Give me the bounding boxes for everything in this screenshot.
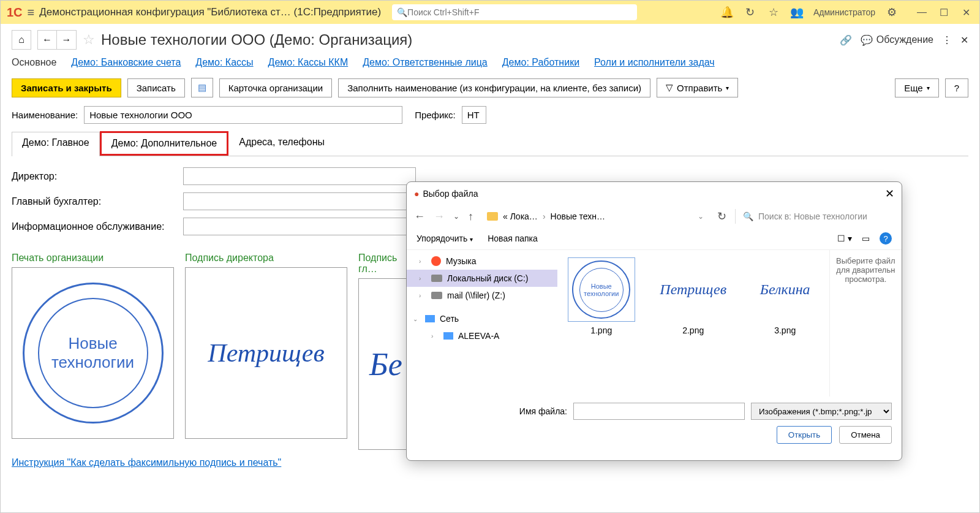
help-button[interactable]: ? [945, 78, 968, 97]
logo-1c: 1C [7, 6, 23, 20]
sig1-image[interactable]: Петрищев [185, 267, 347, 439]
dialog-back-button[interactable]: ← [414, 210, 425, 223]
instruction-link[interactable]: Инструкция "Как сделать факсимильную под… [12, 457, 281, 468]
director-input[interactable] [183, 167, 416, 185]
name-input[interactable] [84, 106, 402, 124]
file-item-1[interactable]: Новыетехнологии 1.png [565, 257, 638, 389]
breadcrumb[interactable]: « Лока… › Новые техн… ⌄ [482, 209, 709, 224]
link-icon[interactable]: 🔗 [840, 34, 852, 46]
global-search[interactable]: 🔍 [392, 4, 637, 20]
view-button[interactable]: ☐ ▾ [837, 234, 852, 243]
save-button[interactable]: Записать [127, 78, 185, 97]
dialog-close-button[interactable]: ✕ [885, 187, 894, 200]
nav-workers[interactable]: Демо: Работники [502, 57, 579, 68]
save-close-button[interactable]: Записать и закрыть [12, 78, 121, 97]
page-title: Новые технологии ООО (Демо: Организация) [101, 31, 412, 48]
stamp-image[interactable]: Новыетехнологии [12, 267, 174, 439]
name-label: Наименование: [12, 110, 78, 120]
titlebar: 1C ≡ Демонстрационная конфигурация "Библ… [1, 1, 979, 24]
settings-icon[interactable]: ⚙ [885, 6, 899, 19]
tree-host[interactable]: ›ALEEVA-A [407, 327, 557, 344]
nav-main[interactable]: Основное [12, 57, 56, 68]
sig2-image[interactable]: Бе [358, 278, 413, 450]
network-icon [425, 315, 435, 322]
tab-main[interactable]: Демо: Главное [12, 132, 100, 156]
star-icon[interactable]: ☆ [767, 6, 780, 19]
accountant-input[interactable] [183, 192, 416, 210]
nav-resp[interactable]: Демо: Ответственные лица [363, 57, 488, 68]
sig2-label: Подпись гл… [358, 253, 413, 275]
prefix-input[interactable] [462, 106, 486, 124]
accountant-label: Главный бухгалтер: [12, 196, 177, 207]
sig1-label: Подпись директора [185, 253, 347, 264]
users-icon[interactable]: 👥 [790, 6, 804, 19]
discussion-link[interactable]: 💬 Обсуждение [861, 34, 933, 46]
tree-localdisk[interactable]: ›Локальный диск (C:) [407, 270, 557, 287]
search-input[interactable] [407, 7, 632, 17]
forward-button[interactable]: → [57, 30, 77, 50]
cancel-button[interactable]: Отмена [839, 426, 892, 444]
tab-addresses[interactable]: Адреса, телефоны [228, 131, 335, 156]
preview-toggle-button[interactable]: ▭ [862, 234, 870, 243]
folder-icon [487, 212, 498, 221]
dialog-title: Выбор файла [423, 189, 478, 199]
filename-input[interactable] [573, 403, 745, 420]
nav-kkm[interactable]: Демо: Кассы ККМ [268, 57, 349, 68]
list-icon-button[interactable]: ▤ [191, 78, 213, 97]
app-title: Демонстрационная конфигурация "Библиотек… [39, 6, 381, 18]
file-list: Новыетехнологии 1.png Петрищев 2.png Бел… [557, 250, 829, 397]
open-button[interactable]: Открыть [777, 426, 832, 444]
kebab-icon[interactable]: ⋮ [942, 34, 952, 46]
dialog-logo-icon: ● [414, 189, 419, 199]
tree-mail[interactable]: ›mail (\\filer) (Z:) [407, 287, 557, 304]
nav-roles[interactable]: Роли и исполнители задач [594, 57, 715, 68]
dialog-history-dropdown[interactable]: ⌄ [453, 212, 459, 221]
filter-select[interactable]: Изображения (*.bmp;*.png;*.jp [751, 403, 892, 420]
nav-bank[interactable]: Демо: Банковские счета [71, 57, 181, 68]
back-button[interactable]: ← [37, 30, 57, 50]
bell-icon[interactable]: 🔔 [720, 6, 734, 19]
home-button[interactable]: ⌂ [12, 30, 31, 50]
infoservice-input[interactable] [183, 218, 416, 235]
computer-icon [443, 332, 453, 340]
fill-name-button[interactable]: Заполнить наименование (из конфигурации,… [338, 78, 650, 97]
director-label: Директор: [12, 171, 177, 182]
file-item-3[interactable]: Белкина 3.png [748, 257, 822, 389]
prefix-label: Префикс: [415, 110, 456, 120]
tabs: Демо: Главное Демо: Дополнительное Адрес… [12, 131, 968, 156]
close-page-button[interactable]: ✕ [960, 34, 968, 46]
dialog-sidebar: ›Музыка ›Локальный диск (C:) ›mail (\\fi… [407, 250, 557, 397]
organize-button[interactable]: Упорядочить ▾ [417, 234, 473, 243]
preview-pane: Выберите файл для дварительн просмотра. [829, 250, 902, 397]
toolbar: Записать и закрыть Записать ▤ Карточка о… [12, 78, 968, 97]
file-dialog: ● Выбор файла ✕ ← → ⌄ ↑ « Лока… › Новые … [406, 181, 902, 461]
dialog-up-button[interactable]: ↑ [468, 210, 473, 223]
org-card-button[interactable]: Карточка организации [219, 78, 332, 97]
new-folder-button[interactable]: Новая папка [488, 234, 538, 243]
tab-additional[interactable]: Демо: Дополнительное [100, 131, 229, 156]
search-icon: 🔍 [743, 211, 753, 221]
favorite-icon[interactable]: ☆ [83, 32, 95, 48]
dialog-forward-button[interactable]: → [434, 210, 445, 223]
tree-music[interactable]: ›Музыка [407, 253, 557, 270]
close-button[interactable]: ✕ [959, 5, 973, 20]
menu-icon[interactable]: ≡ [28, 6, 35, 20]
nav-kass[interactable]: Демо: Кассы [195, 57, 253, 68]
more-button[interactable]: Еще ▾ [895, 78, 939, 97]
dialog-search[interactable]: 🔍 Поиск в: Новые технологии [735, 209, 894, 224]
send-button[interactable]: ▽ Отправить ▾ [657, 78, 738, 97]
section-nav: Основное Демо: Банковские счета Демо: Ка… [12, 57, 968, 68]
chevron-down-icon[interactable]: ⌄ [698, 212, 704, 221]
history-icon[interactable]: ↻ [744, 6, 757, 19]
stamp-label: Печать организации [12, 253, 174, 264]
file-item-2[interactable]: Петрищев 2.png [657, 257, 730, 389]
filename-label: Имя файла: [519, 406, 567, 416]
tree-network[interactable]: ⌄Сеть [407, 310, 557, 327]
user-label[interactable]: Администратор [813, 7, 875, 17]
refresh-button[interactable]: ↻ [717, 210, 726, 223]
minimize-button[interactable]: — [914, 5, 929, 20]
help-icon[interactable]: ? [880, 232, 892, 245]
infoservice-label: Информационное обслуживание: [12, 221, 177, 232]
music-icon [431, 256, 441, 266]
maximize-button[interactable]: ☐ [937, 5, 951, 20]
